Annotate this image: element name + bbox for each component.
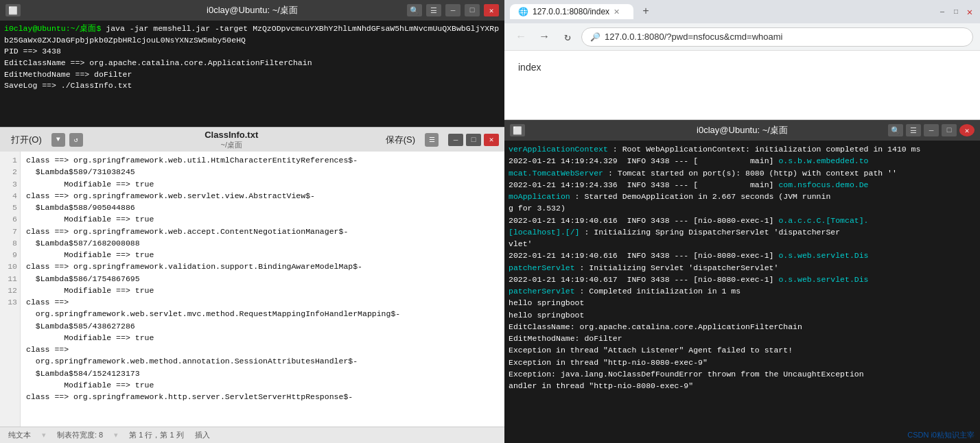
browser-back-btn[interactable]: ←	[511, 27, 530, 47]
line-num: 3	[1, 178, 17, 190]
url-lock-icon: 🔎	[590, 32, 600, 42]
editor-open-dropdown-btn[interactable]: ▼	[51, 133, 65, 147]
left-panel: ⬜ i0clay@Ubuntu: ~/桌面 🔍 ☰ — □ ✕ i0clay@U…	[0, 0, 504, 443]
tline-19: andler in thread "http-nio-8080-exec-9"	[509, 380, 976, 392]
editor-statusbar: 纯文本 ▾ 制表符宽度: 8 ▾ 第 1 行，第 1 列 插入	[0, 427, 504, 443]
terminal-top-content: i0clay@Ubuntu:~/桌面$ java -jar memshell.j…	[0, 21, 504, 127]
tline-7b: vlet'	[509, 238, 976, 250]
browser-close-btn[interactable]: ✕	[965, 7, 975, 16]
terminal-bottom-search-btn[interactable]: 🔍	[888, 124, 903, 136]
editor-line: Modifiable ==> true	[26, 178, 499, 190]
browser-tab-favicon: 🌐	[518, 7, 528, 16]
editor-open-btn[interactable]: 打开(O)	[5, 132, 47, 147]
terminal-bottom-left-controls: ⬜	[510, 124, 525, 136]
terminal-bottom-titlebar: ⬜ i0clay@Ubuntu: ~/桌面 🔍 ☰ — □ ✕	[504, 120, 980, 141]
line-num: 7	[1, 226, 17, 237]
browser: 🌐 127.0.0.1:8080/index ✕ + — □ ✕ ← → ↻ 🔎…	[504, 0, 980, 120]
browser-forward-btn[interactable]: →	[535, 27, 554, 47]
tline-16: Exception in thread "Attach Listener" Ag…	[509, 344, 976, 356]
editor-save-btn[interactable]: 保存(S)	[380, 132, 421, 147]
tline-11: patcherServlet : Completed initializatio…	[509, 285, 976, 297]
tline-15: EditMethodName: doFilter	[509, 333, 976, 344]
terminal-bottom-content: verApplicationContext : Root WebApplicat…	[504, 141, 980, 443]
tline-18: Exception: java.lang.NoClassDefFoundErro…	[509, 368, 976, 380]
editor-max-btn[interactable]: □	[466, 134, 481, 146]
tline-14: EditClassName: org.apache.catalina.core.…	[509, 321, 976, 333]
terminal-bottom-close-btn[interactable]: ✕	[959, 124, 975, 136]
terminal-top-title: i0clay@Ubuntu: ~/桌面	[207, 4, 298, 16]
editor-filepath: ~/桌面	[220, 140, 242, 150]
terminal-top-min-btn[interactable]: —	[445, 4, 460, 16]
terminal-output-pid: PID ==> 3438	[4, 46, 500, 58]
terminal-top-left-controls: ⬜	[5, 4, 21, 16]
editor-line: Modifiable ==> true	[26, 213, 499, 225]
line-num: 2	[1, 166, 17, 178]
right-panel: 🌐 127.0.0.1:8080/index ✕ + — □ ✕ ← → ↻ 🔎…	[504, 0, 980, 443]
tline-10: 2022-01-21 14:19:40.617 INFO 3438 --- [n…	[509, 274, 976, 285]
line-num: 8	[1, 237, 17, 249]
line-num: 5	[1, 202, 17, 213]
browser-url-bar[interactable]: 🔎 127.0.0.1:8080/?pwd=nsfocus&cmd=whoami	[581, 27, 973, 47]
tline-13: hello springboot	[509, 309, 976, 321]
editor-line: class ==>	[26, 296, 499, 308]
editor-content: 1 2 3 4 5 6 7 8 9 10 11 12 13	[0, 152, 504, 427]
tline-3: mcat.TomcatWebServer : Tomcat started on…	[509, 167, 976, 179]
editor-line: Modifiable ==> true	[26, 285, 499, 296]
editor-line: $Lambda$589/731038245	[26, 166, 499, 178]
terminal-top-menu-btn[interactable]: ☰	[426, 4, 441, 16]
browser-wm-btns: — □ ✕	[937, 7, 975, 16]
editor-line: Modifiable ==> true	[26, 249, 499, 261]
tline-5b: g for 3.532)	[509, 202, 976, 214]
editor-menu-icon-btn[interactable]: ☰	[425, 133, 439, 147]
editor-text-area[interactable]: class ==> org.springframework.web.util.H…	[21, 152, 504, 427]
browser-restore-btn[interactable]: □	[951, 7, 961, 16]
terminal-bottom-icon-btn[interactable]: ⬜	[510, 124, 525, 136]
editor-line-numbers: 1 2 3 4 5 6 7 8 9 10 11 12 13	[0, 152, 21, 427]
terminal-top-max-btn[interactable]: □	[465, 4, 480, 16]
terminal-bottom-min-btn[interactable]: —	[924, 124, 939, 136]
terminal-bottom-max-btn[interactable]: □	[942, 124, 957, 136]
tline-2: 2022-01-21 14:19:24.329 INFO 3438 --- [ …	[509, 155, 976, 167]
editor-line: class ==> org.springframework.validation…	[26, 261, 499, 272]
terminal-top-close-btn[interactable]: ✕	[484, 4, 499, 16]
editor-line: org.springframework.web.method.annotatio…	[26, 355, 499, 367]
terminal-bottom: ⬜ i0clay@Ubuntu: ~/桌面 🔍 ☰ — □ ✕ verAppli…	[504, 120, 980, 443]
terminal-top-search-btn[interactable]: 🔍	[407, 4, 422, 16]
editor-line: Modifiable ==> true	[26, 332, 499, 344]
editor-filename: ClassInfo.txt	[205, 130, 258, 140]
editor-wm-btns: — □ ✕	[448, 134, 499, 146]
terminal-bottom-menu-btn[interactable]: ☰	[906, 124, 921, 136]
editor-panel: 打开(O) ▼ ↺ ClassInfo.txt ~/桌面 保存(S) ☰ — □…	[0, 127, 504, 443]
browser-page-text: index	[518, 62, 966, 73]
editor-close-btn[interactable]: ✕	[484, 134, 499, 146]
editor-line: org.springframework.web.servlet.mvc.meth…	[26, 308, 499, 320]
tline-1: verApplicationContext : Root WebApplicat…	[509, 143, 976, 155]
browser-titlebar: 🌐 127.0.0.1:8080/index ✕ + — □ ✕	[504, 0, 980, 23]
editor-title-area: ClassInfo.txt ~/桌面	[87, 130, 376, 150]
editor-line: class ==> org.springframework.web.servle…	[26, 190, 499, 202]
browser-content: index	[504, 51, 980, 119]
editor-min-btn[interactable]: —	[448, 134, 463, 146]
browser-tab[interactable]: 🌐 127.0.0.1:8080/index ✕	[510, 4, 633, 19]
browser-refresh-btn[interactable]: ↻	[558, 27, 577, 47]
line-num: 12	[1, 285, 17, 296]
line-num: 9	[1, 249, 17, 261]
editor-status-pos: 第 1 行，第 1 列	[129, 430, 183, 440]
terminal-top-right-controls: 🔍 ☰ — □ ✕	[407, 4, 499, 16]
terminal-output-classname: EditClassName ==> org.apache.catalina.co…	[4, 58, 500, 69]
editor-line: $Lambda$588/905044886	[26, 202, 499, 213]
tline-17: Exception in thread "http-nio-8080-exec-…	[509, 357, 976, 368]
editor-line: $Lambda$587/1682008088	[26, 237, 499, 249]
terminal-cmd-line: i0clay@Ubuntu:~/桌面$ java -jar memshell.j…	[4, 23, 500, 46]
browser-min-btn[interactable]: —	[937, 7, 947, 16]
tline-7: [localhost].[/] : Initializing Spring Di…	[509, 226, 976, 238]
browser-navbar: ← → ↻ 🔎 127.0.0.1:8080/?pwd=nsfocus&cmd=…	[504, 23, 980, 51]
browser-tab-close-btn[interactable]: ✕	[614, 8, 620, 16]
line-num: 1	[1, 154, 17, 166]
browser-new-tab-btn[interactable]: +	[638, 3, 654, 20]
tline-5: moApplication : Started DemoApplication …	[509, 191, 976, 202]
tline-6: 2022-01-21 14:19:40.616 INFO 3438 --- [n…	[509, 215, 976, 226]
terminal-top-icon-btn[interactable]: ⬜	[5, 4, 21, 16]
editor-line: class ==> org.springframework.http.serve…	[26, 391, 499, 403]
editor-reload-btn[interactable]: ↺	[69, 133, 83, 147]
